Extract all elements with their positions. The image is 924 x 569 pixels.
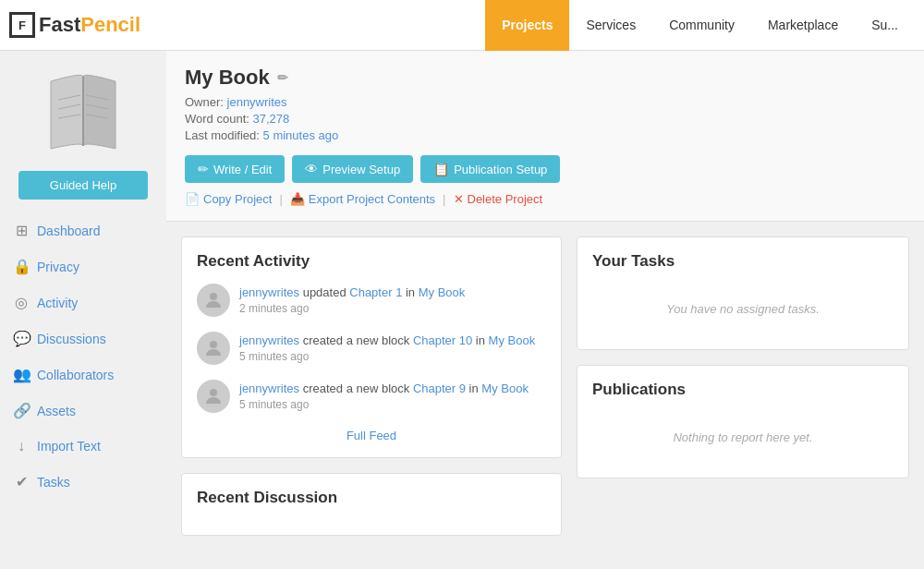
link-separator-2: | — [443, 192, 445, 206]
activity-chapter-link-1[interactable]: Chapter 1 — [349, 285, 402, 299]
full-feed: Full Feed — [197, 428, 546, 442]
sidebar-item-label-privacy: Privacy — [37, 260, 79, 274]
activity-time-2: 5 minutes ago — [239, 350, 535, 363]
export-icon: 📥 — [290, 192, 305, 206]
project-modified-time: 5 minutes ago — [263, 128, 339, 142]
activity-book-link-3[interactable]: My Book — [481, 381, 529, 395]
top-nav: F FastPencil Projects Services Community… — [0, 0, 924, 51]
preview-setup-label: Preview Setup — [322, 163, 400, 176]
nav-community[interactable]: Community — [652, 0, 751, 51]
activity-chapter-link-2[interactable]: Chapter 10 — [413, 333, 472, 347]
sidebar-item-discussions[interactable]: 💬 Discussions — [0, 321, 166, 357]
sidebar-item-dashboard[interactable]: ⊞ Dashboard — [0, 212, 166, 248]
activity-user-link-3[interactable]: jennywrites — [239, 381, 299, 395]
activity-item: jennywrites created a new block Chapter … — [197, 380, 546, 413]
avatar — [197, 332, 230, 365]
main-content: My Book ✏ Owner: jennywrites Word count:… — [166, 51, 924, 569]
publications-empty: Nothing to report here yet. — [592, 412, 894, 463]
nav-marketplace[interactable]: Marketplace — [751, 0, 855, 51]
copy-project-link[interactable]: 📄 Copy Project — [185, 192, 272, 206]
activity-time-3: 5 minutes ago — [239, 398, 529, 411]
delete-project-link[interactable]: ✕ Delete Project — [454, 192, 543, 206]
assets-icon: 🔗 — [13, 402, 30, 419]
logo-pencil: Pencil — [80, 13, 140, 37]
collaborators-icon: 👥 — [13, 366, 30, 383]
publication-icon: 📋 — [433, 162, 449, 176]
sidebar-item-label-dashboard: Dashboard — [37, 224, 101, 238]
write-icon: ✏ — [198, 162, 209, 176]
avatar — [197, 380, 230, 413]
project-title: My Book — [185, 66, 270, 90]
activity-text: jennywrites created a new block Chapter … — [239, 332, 535, 365]
preview-setup-button[interactable]: 👁 Preview Setup — [292, 155, 413, 183]
guided-help-button[interactable]: Guided Help — [18, 171, 148, 200]
project-header: My Book ✏ Owner: jennywrites Word count:… — [166, 51, 924, 222]
delete-icon: ✕ — [454, 192, 464, 206]
activity-time-1: 2 minutes ago — [239, 302, 465, 315]
nav-su[interactable]: Su... — [855, 0, 915, 51]
edit-title-icon[interactable]: ✏ — [277, 70, 288, 85]
privacy-icon: 🔒 — [13, 258, 30, 275]
sidebar-item-label-collaborators: Collaborators — [37, 368, 114, 382]
sidebar-item-label-tasks: Tasks — [37, 475, 70, 490]
project-wordcount: 37,278 — [252, 112, 289, 126]
project-owner-meta: Owner: jennywrites — [185, 95, 906, 109]
copy-icon: 📄 — [185, 192, 200, 206]
project-owner-link[interactable]: jennywrites — [227, 95, 287, 109]
activity-book-link-2[interactable]: My Book — [489, 333, 536, 347]
activity-book-link-1[interactable]: My Book — [419, 285, 466, 299]
your-tasks-title: Your Tasks — [592, 252, 894, 271]
content-area: Recent Activity jennywrites updated Chap… — [166, 222, 924, 551]
recent-activity-title: Recent Activity — [197, 252, 546, 271]
sidebar-item-privacy[interactable]: 🔒 Privacy — [0, 248, 166, 284]
publications-panel: Publications Nothing to report here yet. — [577, 365, 909, 478]
write-edit-button[interactable]: ✏ Write / Edit — [185, 155, 285, 183]
sidebar-item-label-activity: Activity — [37, 296, 78, 310]
link-separator-1: | — [279, 192, 282, 206]
page-body: Guided Help ⊞ Dashboard 🔒 Privacy ◎ Acti… — [0, 51, 924, 569]
activity-icon: ◎ — [13, 294, 30, 311]
recent-activity-panel: Recent Activity jennywrites updated Chap… — [181, 236, 562, 458]
project-header-right: My Book ✏ Owner: jennywrites Word count:… — [185, 66, 906, 206]
activity-item: jennywrites created a new block Chapter … — [197, 332, 546, 365]
activity-user-link-1[interactable]: jennywrites — [239, 285, 299, 299]
activity-chapter-link-3[interactable]: Chapter 9 — [413, 381, 466, 395]
left-panel: Recent Activity jennywrites updated Chap… — [181, 236, 562, 536]
tasks-icon: ✔ — [13, 473, 30, 490]
project-actions: ✏ Write / Edit 👁 Preview Setup 📋 Publica… — [185, 155, 906, 183]
sidebar-item-import-text[interactable]: ↓ Import Text — [0, 429, 166, 464]
import-icon: ↓ — [13, 438, 30, 454]
recent-discussion-title: Recent Discussion — [197, 489, 546, 507]
your-tasks-empty: You have no assigned tasks. — [592, 284, 894, 334]
sidebar-item-collaborators[interactable]: 👥 Collaborators — [0, 357, 166, 393]
project-modified-meta: Last modified: 5 minutes ago — [185, 128, 906, 142]
publication-setup-label: Publication Setup — [454, 163, 547, 176]
activity-text: jennywrites created a new block Chapter … — [239, 380, 529, 413]
nav-links: Projects Services Community Marketplace … — [485, 0, 915, 50]
your-tasks-panel: Your Tasks You have no assigned tasks. — [577, 236, 909, 350]
sidebar-item-tasks[interactable]: ✔ Tasks — [0, 464, 166, 500]
sidebar-item-label-discussions: Discussions — [37, 332, 106, 346]
full-feed-link[interactable]: Full Feed — [346, 429, 396, 442]
write-edit-label: Write / Edit — [213, 163, 272, 176]
svg-point-9 — [210, 389, 217, 396]
preview-icon: 👁 — [305, 162, 318, 176]
project-wordcount-meta: Word count: 37,278 — [185, 112, 906, 126]
logo-fast: Fast — [39, 13, 80, 37]
publication-setup-button[interactable]: 📋 Publication Setup — [420, 155, 560, 183]
nav-projects[interactable]: Projects — [485, 0, 569, 51]
sidebar: Guided Help ⊞ Dashboard 🔒 Privacy ◎ Acti… — [0, 51, 166, 569]
svg-point-7 — [210, 293, 217, 300]
sidebar-item-activity[interactable]: ◎ Activity — [0, 284, 166, 321]
logo-box-icon: F — [9, 12, 35, 38]
dashboard-icon: ⊞ — [13, 222, 30, 239]
sidebar-item-assets[interactable]: 🔗 Assets — [0, 393, 166, 429]
nav-services[interactable]: Services — [569, 0, 652, 51]
avatar — [197, 284, 230, 317]
export-project-link[interactable]: 📥 Export Project Contents — [290, 192, 435, 206]
svg-point-8 — [210, 341, 217, 348]
activity-user-link-2[interactable]: jennywrites — [239, 333, 299, 347]
project-links: 📄 Copy Project | 📥 Export Project Conten… — [185, 192, 906, 206]
recent-discussion-panel: Recent Discussion — [181, 473, 562, 536]
sidebar-item-label-assets: Assets — [37, 404, 76, 418]
